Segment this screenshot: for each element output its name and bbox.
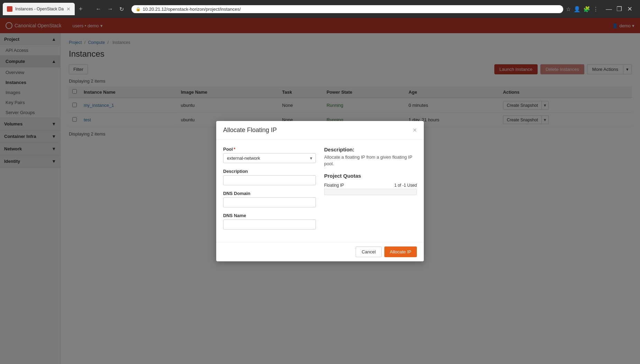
refresh-btn[interactable]: ↻ (117, 5, 126, 13)
description-form-group: Description (223, 169, 316, 185)
floating-ip-usage: 1 of -1 Used (394, 183, 417, 188)
profile-icon[interactable]: 👤 (574, 6, 580, 12)
close-window-btn[interactable]: ✕ (625, 4, 634, 14)
modal-header: Allocate Floating IP × (216, 121, 424, 140)
extensions-icon[interactable]: 🧩 (583, 6, 590, 12)
modal-body: Pool* external-network Description DNS D… (216, 140, 424, 242)
dns-domain-input[interactable] (223, 197, 316, 207)
quota-title: Project Quotas (324, 173, 417, 179)
back-btn[interactable]: ← (94, 5, 103, 13)
modal-right-panel: Description: Allocate a floating IP from… (324, 147, 417, 235)
forward-btn[interactable]: → (106, 5, 115, 13)
dns-name-input[interactable] (223, 220, 316, 230)
tab-title: Instances - OpenStack Da (15, 7, 64, 11)
allocate-ip-btn[interactable]: Allocate IP (384, 246, 417, 257)
dns-name-form-group: DNS Name (223, 213, 316, 230)
pool-select[interactable]: external-network (223, 153, 316, 163)
star-icon[interactable]: ☆ (566, 6, 571, 12)
address-bar[interactable]: 🔒 10.20.21.12/openstack-horizon/project/… (131, 5, 563, 13)
dns-domain-form-group: DNS Domain (223, 191, 316, 207)
description-input[interactable] (223, 175, 316, 185)
dns-name-label: DNS Name (223, 213, 316, 218)
dns-domain-label: DNS Domain (223, 191, 316, 196)
floating-ip-quota-label: Floating IP 1 of -1 Used (324, 183, 417, 188)
browser-tab[interactable]: Instances - OpenStack Da ✕ (3, 3, 75, 15)
cancel-btn[interactable]: Cancel (356, 246, 381, 257)
pool-required-star: * (234, 147, 235, 152)
pool-form-group: Pool* external-network (223, 147, 316, 163)
browser-actions: ☆ 👤 🧩 ⋮ (566, 6, 598, 12)
browser-controls: ← → ↻ (91, 5, 129, 13)
menu-icon[interactable]: ⋮ (593, 6, 598, 12)
description-section-title: Description: (324, 147, 417, 152)
floating-ip-quota-item: Floating IP 1 of -1 Used (324, 183, 417, 195)
modal-footer: Cancel Allocate IP (216, 242, 424, 261)
modal-close-btn[interactable]: × (413, 127, 417, 133)
window-controls: — ❐ ✕ (601, 4, 637, 14)
url-text: 10.20.21.12/openstack-horizon/project/in… (143, 7, 241, 12)
allocate-floating-ip-modal: Allocate Floating IP × Pool* external-ne… (216, 121, 424, 261)
description-section-desc: Allocate a floating IP from a given floa… (324, 154, 417, 167)
description-label: Description (223, 169, 316, 174)
minimize-btn[interactable]: — (604, 4, 614, 14)
restore-btn[interactable]: ❐ (614, 4, 624, 14)
browser-chrome: Instances - OpenStack Da ✕ + ← → ↻ 🔒 10.… (0, 0, 640, 18)
modal-title: Allocate Floating IP (223, 127, 277, 134)
tab-close-btn[interactable]: ✕ (66, 6, 71, 12)
modal-overlay: Allocate Floating IP × Pool* external-ne… (0, 18, 640, 364)
tab-favicon (7, 6, 12, 12)
floating-ip-quota-bar-bg (324, 189, 417, 195)
new-tab-btn[interactable]: + (76, 4, 85, 14)
pool-label: Pool* (223, 147, 316, 152)
lock-icon: 🔒 (136, 7, 141, 11)
pool-select-wrapper: external-network (223, 153, 316, 163)
modal-form: Pool* external-network Description DNS D… (223, 147, 316, 235)
